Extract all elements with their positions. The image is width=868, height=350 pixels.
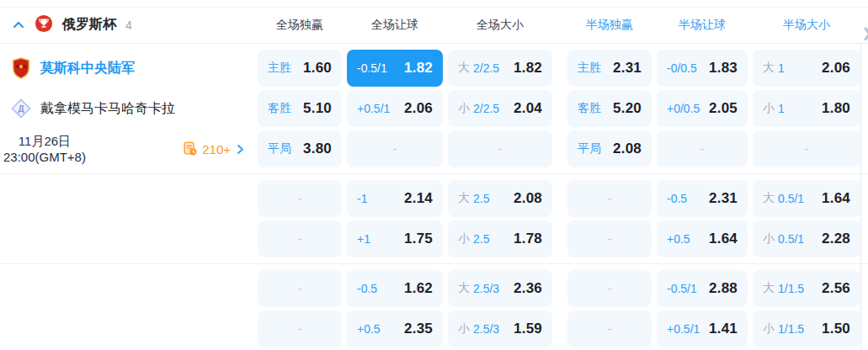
odds-cell-empty: - xyxy=(567,310,652,347)
odds-cell-fthandicap-home[interactable]: -12.14 xyxy=(347,180,443,217)
odds-cell-ftou-over[interactable]: 大2.5/32.36 xyxy=(448,270,552,307)
home-team-name: 莫斯科中央陆军 xyxy=(40,60,135,77)
odds-cell-empty: - xyxy=(347,130,443,167)
odds-cell-htou-under[interactable]: 小0.5/12.28 xyxy=(753,220,860,257)
odds-cell-empty: - xyxy=(258,180,342,217)
odds-cell-ftou-over[interactable]: 大2.52.08 xyxy=(448,180,552,217)
odds-cell-hthandicap-away[interactable]: +0.51.64 xyxy=(657,220,748,257)
odds-cell-ht1x2-home[interactable]: 主胜2.31 xyxy=(567,50,652,87)
match-meta-row: 11月26日 23:00(GMT+8) 210+ xyxy=(0,130,253,167)
odds-cell-fthandicap-home[interactable]: -0.51.62 xyxy=(347,270,443,307)
odds-cell-ft1x2-away[interactable]: 客胜5.10 xyxy=(258,90,342,127)
markets-chevron-right-icon xyxy=(235,144,246,155)
odds-cell-htou-under[interactable]: 小11.80 xyxy=(753,90,860,127)
odds-cell-htou-over[interactable]: 大12.06 xyxy=(753,50,860,87)
league-header[interactable]: 俄罗斯杯 4 xyxy=(0,14,253,36)
match-date: 11月26日 xyxy=(3,133,86,149)
odds-cell-ht1x2-away[interactable]: 客胜5.20 xyxy=(567,90,652,127)
corner-chevron-right-icon[interactable]: ❯ xyxy=(861,25,868,40)
column-header-ht-overunder: 半场大小 xyxy=(753,18,860,33)
svg-text:Д: Д xyxy=(18,104,24,114)
odds-cell-ftou-under[interactable]: 小2/2.52.04 xyxy=(448,90,552,127)
odds-cell-ftou-over[interactable]: 大2/2.51.82 xyxy=(448,50,552,87)
match-datetime: 11月26日 23:00(GMT+8) xyxy=(3,133,86,165)
column-header-ht-handicap: 半场让球 xyxy=(657,18,748,33)
trophy-icon xyxy=(35,14,53,36)
odds-cell-hthandicap-away[interactable]: +0/0.52.05 xyxy=(657,90,748,127)
match-time: 23:00(GMT+8) xyxy=(3,149,86,165)
odds-group-alt-1: - -12.14 大2.52.08 - -0.52.31 大0.5/11.64 … xyxy=(0,173,868,263)
odds-cell-htou-over[interactable]: 大0.5/11.64 xyxy=(753,180,860,217)
panel-header: 俄罗斯杯 4 全场独赢 全场让球 全场大小 半场独赢 半场让球 半场大小 ❯ xyxy=(0,7,868,44)
odds-cell-fthandicap-home-selected[interactable]: -0.5/11.82 xyxy=(347,50,443,87)
odds-cell-empty: - xyxy=(657,130,748,167)
odds-cell-htou-over[interactable]: 大1/1.52.56 xyxy=(753,270,860,307)
odds-cell-ht1x2-draw[interactable]: 平局2.08 xyxy=(567,130,652,167)
odds-cell-htou-under[interactable]: 小1/1.51.50 xyxy=(753,310,860,347)
odds-panel: 俄罗斯杯 4 全场独赢 全场让球 全场大小 半场独赢 半场让球 半场大小 ❯ 莫… xyxy=(0,0,868,350)
odds-cell-fthandicap-away[interactable]: +0.52.35 xyxy=(347,310,443,347)
odds-cell-hthandicap-home[interactable]: -0/0.51.83 xyxy=(657,50,748,87)
odds-cell-empty: - xyxy=(258,220,342,257)
collapse-chevron-up-icon[interactable] xyxy=(12,19,25,32)
more-markets-link[interactable]: 210+ xyxy=(183,141,246,156)
odds-group-main: 莫斯科中央陆军 Д 戴拿模马卡马哈奇卡拉 11月26日 23:00(GMT+8) xyxy=(0,44,868,173)
column-header-ft-overunder: 全场大小 xyxy=(448,18,552,33)
column-header-ft-1x2: 全场独赢 xyxy=(258,18,342,33)
odds-cell-ftou-under[interactable]: 小2.5/31.59 xyxy=(448,310,552,347)
markets-clock-icon xyxy=(183,141,198,156)
odds-cell-empty: - xyxy=(567,220,652,257)
away-team-logo: Д xyxy=(11,98,31,119)
odds-cell-hthandicap-away[interactable]: +0.5/11.41 xyxy=(657,310,748,347)
odds-cell-fthandicap-away[interactable]: +11.75 xyxy=(347,220,443,257)
home-team-row[interactable]: 莫斯科中央陆军 xyxy=(0,50,253,87)
odds-cell-empty: - xyxy=(567,270,652,307)
odds-cell-empty: - xyxy=(258,270,342,307)
odds-cell-ft1x2-draw[interactable]: 平局3.80 xyxy=(258,130,342,167)
scrollbar-track[interactable] xyxy=(860,44,861,350)
match-info: 莫斯科中央陆军 Д 戴拿模马卡马哈奇卡拉 11月26日 23:00(GMT+8) xyxy=(0,50,253,167)
home-team-logo xyxy=(11,57,31,79)
away-team-row[interactable]: Д 戴拿模马卡马哈奇卡拉 xyxy=(0,90,253,127)
odds-cell-empty: - xyxy=(448,130,552,167)
odds-cell-empty: - xyxy=(753,130,860,167)
odds-cell-fthandicap-away[interactable]: +0.5/12.06 xyxy=(347,90,443,127)
away-team-name: 戴拿模马卡马哈奇卡拉 xyxy=(40,100,175,118)
odds-cell-empty: - xyxy=(258,310,342,347)
odds-cell-empty: - xyxy=(567,180,652,217)
odds-cell-hthandicap-home[interactable]: -0.5/12.88 xyxy=(657,270,748,307)
odds-cell-ft1x2-home[interactable]: 主胜1.60 xyxy=(258,50,342,87)
league-name: 俄罗斯杯 xyxy=(62,16,116,34)
column-header-ht-1x2: 半场独赢 xyxy=(567,18,652,33)
markets-count: 210+ xyxy=(202,142,231,156)
league-match-count: 4 xyxy=(125,19,132,32)
odds-group-alt-2: - -0.51.62 大2.5/32.36 - -0.5/12.88 大1/1.… xyxy=(0,263,868,350)
odds-cell-ftou-under[interactable]: 小2.51.78 xyxy=(448,220,552,257)
odds-cell-hthandicap-home[interactable]: -0.52.31 xyxy=(657,180,748,217)
column-header-ft-handicap: 全场让球 xyxy=(347,18,443,33)
